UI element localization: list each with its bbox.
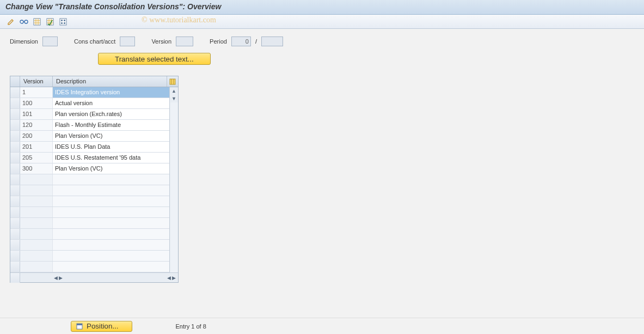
cell-description[interactable]: Flash - Monthly Estimate [53,120,169,130]
hscroll-right2-icon[interactable]: ▶ [172,275,176,281]
parameter-bar: Dimension Cons chart/acct Version Period… [0,29,644,51]
table-row-empty[interactable] [10,262,169,272]
row-selector[interactable] [10,196,20,207]
row-selector[interactable] [10,163,20,174]
footer-bar: Position... Entry 1 of 8 [0,318,644,334]
horizontal-scrollbar[interactable]: ◀ ▶ ◀ ▶ [10,272,178,282]
table-row[interactable]: 200Plan Version (VC) [10,131,169,142]
cell-version-empty [20,196,53,207]
table-row[interactable]: 100Actual version [10,98,169,109]
column-header-version[interactable]: Version [20,76,53,87]
cell-description[interactable]: IDES Integration version [53,87,169,98]
table-row-empty[interactable] [10,174,169,185]
row-selector[interactable] [10,218,20,228]
table-row-empty[interactable] [10,185,169,196]
translate-selected-button[interactable]: Translate selected text... [98,53,211,65]
cell-version[interactable]: 300 [20,163,53,174]
cell-version[interactable]: 100 [20,98,53,108]
position-button-label: Position... [87,322,119,330]
cons-chart-field[interactable] [120,37,135,46]
cell-description[interactable]: Plan version (Exch.rates) [53,109,169,119]
scroll-down-icon[interactable]: ▼ [170,95,178,102]
cell-description-empty [53,185,169,196]
table-row[interactable]: 300Plan Version (VC) [10,163,169,174]
translate-button-label: Translate selected text... [115,55,194,63]
svg-rect-6 [64,20,65,21]
other-view-icon[interactable] [19,17,29,27]
change-display-icon[interactable] [5,17,16,27]
cell-description[interactable]: IDES U.S. Plan Data [53,142,169,152]
version-label: Version [151,38,171,45]
table-row[interactable]: 201IDES U.S. Plan Data [10,142,169,153]
svg-point-1 [24,20,28,23]
table-row-empty[interactable] [10,229,169,240]
vertical-scrollbar[interactable]: ▲ ▼ [169,87,178,272]
scroll-track[interactable] [170,102,178,272]
row-selector[interactable] [10,207,20,217]
row-selector[interactable] [10,131,20,141]
svg-rect-8 [64,22,65,24]
cell-version[interactable]: 120 [20,120,53,130]
cell-version-empty [20,207,53,217]
row-selector[interactable] [10,142,20,152]
config-icon[interactable] [58,17,69,27]
row-selector[interactable] [10,262,20,272]
cell-description-empty [53,174,169,185]
row-selector[interactable] [10,174,20,185]
table-row-empty[interactable] [10,251,169,262]
svg-point-0 [20,20,23,23]
position-button[interactable]: Position... [71,321,132,332]
cell-version-empty [20,229,53,239]
select-all-icon[interactable] [32,17,42,27]
period-field[interactable] [231,37,251,46]
row-selector[interactable] [10,229,20,239]
period-year-field[interactable] [261,37,283,46]
table-row[interactable]: 120Flash - Monthly Estimate [10,120,169,131]
column-header-description[interactable]: Description [53,76,167,87]
cell-version-empty [20,174,53,185]
table-row[interactable]: 1IDES Integration version [10,87,169,98]
table-row-empty[interactable] [10,218,169,229]
version-field[interactable] [176,37,193,46]
row-selector[interactable] [10,185,20,196]
table-row[interactable]: 205IDES U.S. Restatement '95 data [10,153,169,163]
window-title: Change View "Translate Consolidation Ver… [0,0,644,15]
table-row-empty[interactable] [10,196,169,207]
cell-description-empty [53,251,169,261]
row-selector[interactable] [10,109,20,119]
cell-version[interactable]: 200 [20,131,53,141]
row-selector[interactable] [10,87,20,98]
table-row[interactable]: 101Plan version (Exch.rates) [10,109,169,120]
cell-version-empty [20,240,53,250]
cell-version[interactable]: 1 [20,87,53,98]
row-selector[interactable] [10,98,20,108]
table-configure-icon[interactable] [167,76,178,87]
row-selector[interactable] [10,153,20,163]
cell-description[interactable]: Actual version [53,98,169,108]
cell-description-empty [53,207,169,217]
cell-description[interactable]: Plan Version (VC) [53,131,169,141]
table-row-empty[interactable] [10,240,169,251]
row-selector[interactable] [10,240,20,250]
scroll-up-icon[interactable]: ▲ [170,87,178,95]
hscroll-left-icon[interactable]: ◀ [54,275,58,281]
select-all-column[interactable] [10,76,20,87]
entry-counter: Entry 1 of 8 [176,323,206,330]
svg-rect-4 [60,19,66,25]
cell-description[interactable]: Plan Version (VC) [53,163,169,174]
deselect-all-icon[interactable] [45,17,56,27]
row-selector[interactable] [10,251,20,261]
cell-version-empty [20,185,53,196]
watermark-text: © www.tutorialkart.com [142,16,216,25]
row-selector[interactable] [10,120,20,130]
cell-version[interactable]: 205 [20,153,53,163]
table-row-empty[interactable] [10,207,169,218]
dimension-field[interactable] [42,37,58,46]
cell-description[interactable]: IDES U.S. Restatement '95 data [53,153,169,163]
cell-description-empty [53,229,169,239]
hscroll-right-icon[interactable]: ▶ [59,275,63,281]
cell-version[interactable]: 101 [20,109,53,119]
cell-version[interactable]: 201 [20,142,53,152]
hscroll-left2-icon[interactable]: ◀ [167,275,171,281]
dimension-label: Dimension [10,38,38,45]
